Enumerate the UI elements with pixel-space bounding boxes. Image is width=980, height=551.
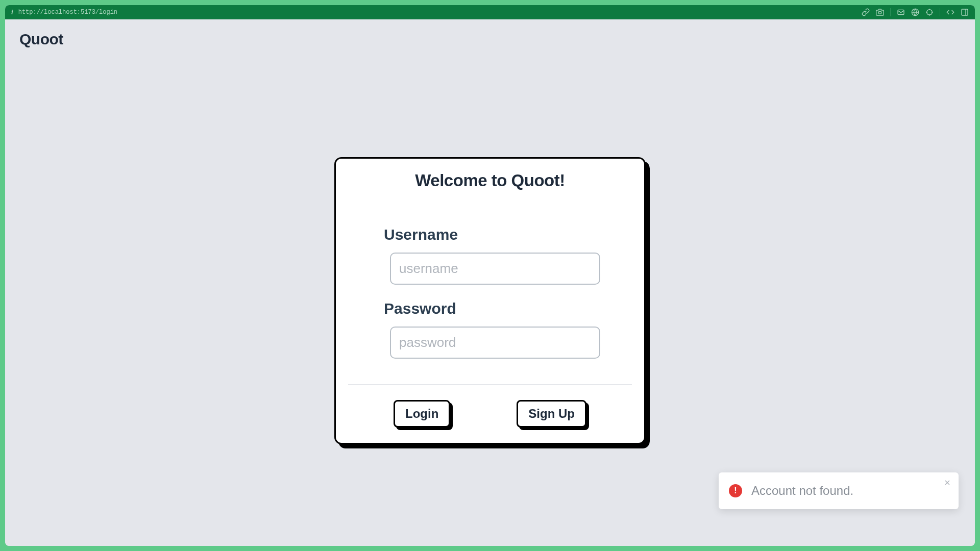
login-button[interactable]: Login (394, 400, 450, 428)
button-row: Login Sign Up (348, 400, 632, 428)
panel-icon[interactable] (961, 8, 969, 16)
mail-icon[interactable] (897, 8, 905, 16)
url-section: i http://localhost:5173/login (11, 8, 117, 16)
code-icon[interactable] (946, 8, 954, 16)
svg-rect-9 (962, 9, 968, 15)
username-group: Username (348, 226, 632, 285)
username-input[interactable] (390, 253, 600, 285)
toast-close-button[interactable] (942, 478, 952, 488)
browser-frame: i http://localhost:5173/login (5, 5, 975, 546)
divider (348, 384, 632, 385)
signup-button[interactable]: Sign Up (517, 400, 586, 428)
link-icon[interactable] (862, 8, 870, 16)
globe-icon[interactable] (911, 8, 919, 16)
password-input[interactable] (390, 327, 600, 359)
svg-point-4 (927, 10, 933, 15)
crosshair-icon[interactable] (925, 8, 934, 16)
url-text[interactable]: http://localhost:5173/login (18, 9, 117, 16)
app-logo[interactable]: Quoot (19, 31, 63, 48)
error-icon: ! (729, 484, 742, 497)
page-content: Quoot Welcome to Quoot! Username Passwor… (5, 19, 975, 546)
divider (890, 8, 891, 16)
browser-toolbar-icons (862, 8, 969, 16)
error-toast: ! Account not found. (719, 472, 959, 509)
password-group: Password (348, 300, 632, 359)
password-label: Password (384, 300, 596, 317)
camera-icon[interactable] (876, 8, 884, 16)
info-icon[interactable]: i (11, 8, 13, 16)
svg-point-0 (878, 11, 881, 14)
login-card: Welcome to Quoot! Username Password Logi… (334, 157, 646, 444)
username-label: Username (384, 226, 596, 243)
login-title: Welcome to Quoot! (348, 171, 632, 190)
divider (940, 8, 940, 16)
toast-message: Account not found. (751, 484, 948, 498)
browser-address-bar: i http://localhost:5173/login (5, 5, 975, 19)
